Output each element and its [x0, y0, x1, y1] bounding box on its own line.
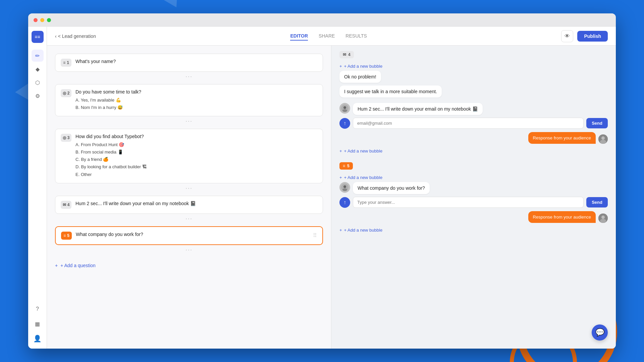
q5-more-menu[interactable]: ···	[55, 245, 323, 255]
drag-handle[interactable]: ⠿	[313, 232, 317, 239]
q1-more-menu[interactable]: ···	[55, 72, 323, 81]
close-dot[interactable]	[34, 18, 38, 22]
q4-text: Hum 2 sec... I'll write down your email …	[75, 201, 317, 206]
sidebar-item-board[interactable]: ▦	[32, 318, 44, 330]
add-bubble-btn-4a[interactable]: + + Add a new bubble	[339, 62, 608, 71]
add-bubble-btn-5b[interactable]: + + Add a new bubble	[339, 226, 608, 235]
q4-more-menu[interactable]: ···	[55, 214, 323, 224]
board-icon: ▦	[35, 321, 40, 327]
add-bubble-label-5a: + Add a new bubble	[344, 175, 383, 180]
add-bubble-label-4b: + Add a new bubble	[344, 148, 383, 154]
q2-options: A. Yes, I'm available 💪 B. Nom I'm in a …	[75, 97, 317, 111]
email-input-row: ↑ Send	[339, 118, 608, 129]
email-input[interactable]	[353, 118, 584, 129]
back-button[interactable]: ‹ < Lead generation	[55, 34, 96, 39]
user-avatar-5	[598, 214, 608, 223]
audience-response-4: Response from your audience	[528, 132, 596, 144]
add-bubble-icon-5a: +	[339, 175, 342, 180]
question-block-1: ≡ 1 What's your name? ···	[55, 54, 323, 81]
sidebar-item-help[interactable]: ?	[32, 303, 44, 315]
tab-editor[interactable]: EDITOR	[290, 32, 308, 41]
sidebar-item-drop[interactable]: ◆	[32, 63, 44, 75]
email-preview-icon: ✉	[343, 52, 346, 57]
choice-icon-3: ◎	[63, 135, 66, 140]
q-badge-1: ≡ 1	[61, 59, 71, 67]
svg-point-10	[601, 216, 605, 219]
minimize-dot[interactable]	[40, 18, 44, 22]
text-icon-5: ≡	[63, 233, 66, 238]
q-badge-4: ✉ 4	[61, 201, 71, 209]
answer-input[interactable]	[353, 197, 584, 208]
answer-input-row: ↑ Send	[339, 197, 608, 208]
maximize-dot[interactable]	[47, 18, 51, 22]
sidebar-logo[interactable]: ≡≡	[32, 31, 44, 43]
q3-more-menu[interactable]: ···	[55, 183, 323, 193]
q-badge-5: ≡ 5	[61, 232, 72, 240]
send-avatar-5: ↑	[339, 197, 350, 208]
sidebar-item-avatar[interactable]: 👤	[32, 333, 44, 345]
svg-point-1	[343, 106, 346, 109]
question-block-5: ≡ 5 What company do you work for? ⠿ ···	[55, 226, 323, 255]
question-block-2: ◎ 2 Do you have some time to talk? A. Ye…	[55, 84, 323, 126]
add-bubble-icon-4b: +	[339, 148, 342, 154]
bot-avatar-4	[339, 103, 350, 114]
bot-msg-5-text: What company do you work for?	[353, 182, 430, 194]
add-bubble-icon-4a: +	[339, 64, 342, 69]
q2-text: Do you have some time to talk?	[75, 89, 317, 95]
question-card-3[interactable]: ◎ 3 How did you find about Typebot? A. F…	[55, 129, 323, 183]
user-avatar-icon: 👤	[33, 335, 42, 343]
chat-support-button[interactable]: 💬	[592, 324, 608, 341]
svg-point-8	[342, 188, 347, 191]
q3-option-e: E. Other	[75, 171, 317, 178]
settings-icon: ⚙	[35, 93, 40, 99]
question-card-4[interactable]: ✉ 4 Hum 2 sec... I'll write down your em…	[55, 196, 323, 214]
preview-button[interactable]: 👁	[561, 30, 573, 42]
question-block-3: ◎ 3 How did you find about Typebot? A. F…	[55, 129, 323, 193]
add-bubble-label-5b: + Add a new bubble	[344, 228, 383, 233]
header: ‹ < Lead generation EDITOR SHARE RESULTS…	[47, 27, 616, 46]
preview-badge-4: ✉ 4	[339, 51, 354, 58]
q3-options: A. From Product Hunt 🎯 B. From social me…	[75, 141, 317, 178]
add-question-button[interactable]: + + Add a question	[55, 260, 323, 271]
question-block-4: ✉ 4 Hum 2 sec... I'll write down your em…	[55, 196, 323, 224]
q-badge-3: ◎ 3	[61, 134, 71, 142]
preview-pane: ✉ 4 + + Add a new bubble Ok no problem! …	[331, 46, 616, 349]
tab-share[interactable]: SHARE	[319, 32, 335, 41]
bot-avatar-5	[339, 182, 350, 193]
edit-icon: ✏	[35, 53, 40, 59]
svg-point-11	[600, 219, 606, 223]
project-title: < Lead generation	[58, 34, 96, 39]
preview-badge-5: ≡ 5	[339, 162, 353, 170]
q2-option-a: A. Yes, I'm available 💪	[75, 97, 317, 104]
header-nav: EDITOR SHARE RESULTS	[101, 32, 556, 41]
send-button-5[interactable]: Send	[586, 197, 608, 207]
question-card-2[interactable]: ◎ 2 Do you have some time to talk? A. Ye…	[55, 84, 323, 116]
svg-point-5	[600, 140, 606, 144]
bot-message-5: What company do you work for?	[339, 182, 608, 194]
text-preview-icon: ≡	[343, 164, 345, 168]
question-card-1[interactable]: ≡ 1 What's your name?	[55, 54, 323, 72]
sidebar-item-brain[interactable]: ⬡	[32, 76, 44, 88]
add-bubble-btn-5a[interactable]: + + Add a new bubble	[339, 173, 608, 182]
send-button-4[interactable]: Send	[586, 118, 608, 128]
email-icon-4: ✉	[63, 202, 66, 207]
eye-icon: 👁	[565, 33, 570, 39]
app-window: ≡≡ ✏ ◆ ⬡ ⚙ ? ▦	[28, 13, 616, 349]
svg-point-4	[601, 136, 605, 140]
publish-button[interactable]: Publish	[577, 31, 608, 42]
tab-results[interactable]: RESULTS	[345, 32, 367, 41]
titlebar	[28, 13, 616, 27]
sidebar-item-edit[interactable]: ✏	[32, 50, 44, 62]
icon-sidebar: ≡≡ ✏ ◆ ⬡ ⚙ ? ▦	[28, 27, 47, 349]
brain-icon: ⬡	[35, 79, 40, 86]
question-card-5[interactable]: ≡ 5 What company do you work for? ⠿	[55, 226, 323, 245]
audience-row-5: Response from your audience	[339, 211, 608, 223]
send-avatar-4: ↑	[339, 118, 350, 129]
sidebar-item-settings[interactable]: ⚙	[32, 90, 44, 102]
bubble-suggest: I suggest we talk in a more suitable mom…	[339, 85, 442, 98]
add-bubble-icon-5b: +	[339, 228, 342, 233]
back-icon: ‹	[55, 34, 57, 39]
q2-more-menu[interactable]: ···	[55, 116, 323, 126]
audience-row-4: Response from your audience	[339, 132, 608, 144]
add-bubble-btn-4b[interactable]: + + Add a new bubble	[339, 146, 608, 156]
